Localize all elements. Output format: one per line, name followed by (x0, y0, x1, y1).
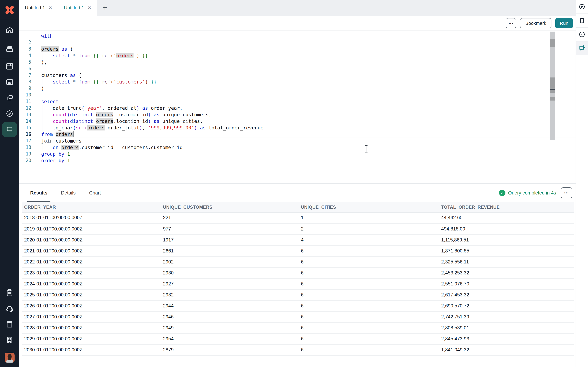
table-cell: 2,325,556.11 (441, 256, 574, 267)
tab-results[interactable]: Results (27, 184, 51, 202)
tab-details[interactable]: Details (58, 184, 79, 202)
sidebar-item-docs[interactable] (0, 316, 19, 332)
table-row[interactable]: 2025-01-01T00:00:00.000Z293262,617,453.3… (22, 289, 574, 300)
code-content: count(distinct orders.location_id) as un… (31, 118, 576, 125)
results-table: ORDER_YEAR UNIQUE_CUSTOMERS UNIQUE_CITIE… (22, 202, 574, 356)
hex-logo[interactable] (0, 0, 19, 20)
tab-label: Details (61, 190, 76, 196)
table-row[interactable]: 2028-01-01T00:00:00.000Z294962,808,539.0… (22, 322, 574, 333)
table-cell: 4 (301, 234, 441, 245)
indent-guide (42, 125, 43, 131)
code-line[interactable]: 19group by 1 (19, 151, 576, 157)
run-button[interactable]: Run (555, 18, 573, 28)
code-line[interactable]: 3orders as ( (19, 46, 576, 52)
table-row[interactable]: 2019-01-01T00:00:00.000Z9772494,818.00 (22, 223, 574, 234)
code-content: select * from {{ ref('customers') }} (31, 79, 576, 85)
rail-item-bookmarks[interactable] (576, 14, 588, 28)
table-cell: 2944 (163, 300, 301, 311)
table-cell: 6 (301, 311, 441, 322)
sidebar-item-data[interactable] (0, 40, 19, 58)
table-row[interactable]: 2022-01-01T00:00:00.000Z290262,325,556.1… (22, 256, 574, 267)
close-icon[interactable]: ✕ (49, 5, 52, 10)
avatar-image (5, 353, 15, 363)
code-line[interactable]: 12 date_trunc('year', ordered_at) as ord… (19, 105, 576, 111)
line-number: 12 (19, 105, 31, 111)
table-cell: 2,551,076.70 (441, 278, 574, 289)
table-cell: 2025-01-01T00:00:00.000Z (22, 289, 163, 300)
sidebar-item-organization[interactable] (0, 332, 19, 348)
tab-chart[interactable]: Chart (86, 184, 104, 202)
sidebar-item-apps[interactable] (0, 58, 19, 74)
code-line[interactable]: 18 on orders.customer_id = customers.cus… (19, 144, 576, 151)
doc-tab-1[interactable]: Untitled 1 ✕ (19, 0, 58, 16)
line-number: 1 (19, 33, 31, 39)
layout-grid-icon (6, 62, 14, 70)
code-line[interactable]: 8 select * from {{ ref('customers') }} (19, 79, 576, 85)
code-line[interactable]: 10 (19, 92, 576, 98)
table-row[interactable]: 2023-01-01T00:00:00.000Z293062,453,253.3… (22, 267, 574, 278)
line-number: 5 (19, 59, 31, 66)
rail-item-history[interactable] (576, 28, 588, 42)
sidebar-item-windows[interactable] (0, 90, 19, 106)
line-number: 20 (19, 157, 31, 164)
editor-scrollbar[interactable] (550, 32, 555, 140)
results-more-button[interactable]: ••• (561, 187, 572, 198)
table-row[interactable]: 2027-01-01T00:00:00.000Z294662,742,751.3… (22, 311, 574, 322)
sidebar-item-explore[interactable] (0, 106, 19, 121)
close-icon[interactable]: ✕ (88, 5, 91, 10)
app-window: Untitled 1 ✕ Untitled 1 ✕ + ••• Bookmark… (0, 0, 588, 367)
column-header[interactable]: TOTAL_ORDER_REVENUE (441, 202, 574, 212)
table-cell: 44,442.65 (441, 212, 574, 223)
table-row[interactable]: 2024-01-01T00:00:00.000Z292762,551,076.7… (22, 278, 574, 289)
cell-toolbar: ••• Bookmark Run (19, 16, 576, 31)
compass-icon (579, 3, 586, 10)
code-line[interactable]: 5), (19, 59, 576, 66)
sidebar-item-code[interactable] (0, 74, 19, 90)
code-line[interactable]: 11select (19, 98, 576, 105)
table-row[interactable]: 2018-01-01T00:00:00.000Z221144,442.65 (22, 212, 574, 223)
table-cell: 2022-01-01T00:00:00.000Z (22, 256, 163, 267)
code-line[interactable]: 2 (19, 39, 576, 46)
sidebar-item-clipboard[interactable] (0, 285, 19, 300)
table-row[interactable]: 2030-01-01T00:00:00.000Z287961,841,049.3… (22, 344, 574, 355)
table-cell: 2927 (163, 278, 301, 289)
home-icon (6, 26, 14, 34)
code-line[interactable]: 7customers as ( (19, 72, 576, 79)
table-row[interactable]: 2026-01-01T00:00:00.000Z294462,690,570.7… (22, 300, 574, 311)
sidebar-item-compute[interactable] (0, 121, 19, 137)
rail-item-explore[interactable] (576, 0, 588, 14)
table-cell: 2930 (163, 267, 301, 278)
doc-tab-2[interactable]: Untitled 1 ✕ (58, 0, 97, 16)
rail-item-ai-assistant[interactable] (576, 42, 588, 55)
table-row[interactable]: 2021-01-01T00:00:00.000Z266161,871,800.8… (22, 245, 574, 256)
code-line[interactable]: 4 select * from {{ ref('orders') }} (19, 52, 576, 59)
code-line[interactable]: 9) (19, 85, 576, 92)
sidebar-item-home[interactable] (0, 20, 19, 40)
table-cell: 1,115,869.51 (441, 234, 574, 245)
sidebar-item-support[interactable] (0, 300, 19, 316)
line-number: 8 (19, 79, 31, 85)
table-row[interactable]: 2029-01-01T00:00:00.000Z295462,845,473.9… (22, 333, 574, 344)
column-header[interactable]: UNIQUE_CITIES (301, 202, 441, 212)
clipboard-icon (6, 289, 14, 297)
indent-guide (42, 111, 43, 118)
user-avatar[interactable] (5, 353, 15, 363)
code-line[interactable]: 17join customers (19, 138, 576, 144)
bookmark-button[interactable]: Bookmark (520, 18, 551, 28)
code-line[interactable]: 13 count(distinct orders.customer_id) as… (19, 111, 576, 118)
code-line[interactable]: 20order by 1 (19, 157, 576, 164)
code-line[interactable]: 6 (19, 66, 576, 72)
code-line[interactable]: 16from orders (19, 131, 576, 138)
code-line[interactable]: 1with (19, 33, 576, 39)
code-line[interactable]: 14 count(distinct orders.location_id) as… (19, 118, 576, 125)
line-number: 2 (19, 39, 31, 46)
sql-editor[interactable]: 1with23orders as (4 select * from {{ ref… (19, 31, 576, 184)
column-header[interactable]: ORDER_YEAR (22, 202, 163, 212)
new-tab-button[interactable]: + (97, 0, 112, 16)
code-content: select * from {{ ref('orders') }} (31, 52, 576, 59)
code-line[interactable]: 15 to_char(sum(orders.order_total), '999… (19, 125, 576, 131)
column-header[interactable]: UNIQUE_CUSTOMERS (163, 202, 301, 212)
table-cell: 1917 (163, 234, 301, 245)
more-options-button[interactable]: ••• (506, 18, 516, 28)
table-row[interactable]: 2020-01-01T00:00:00.000Z191741,115,869.5… (22, 234, 574, 245)
